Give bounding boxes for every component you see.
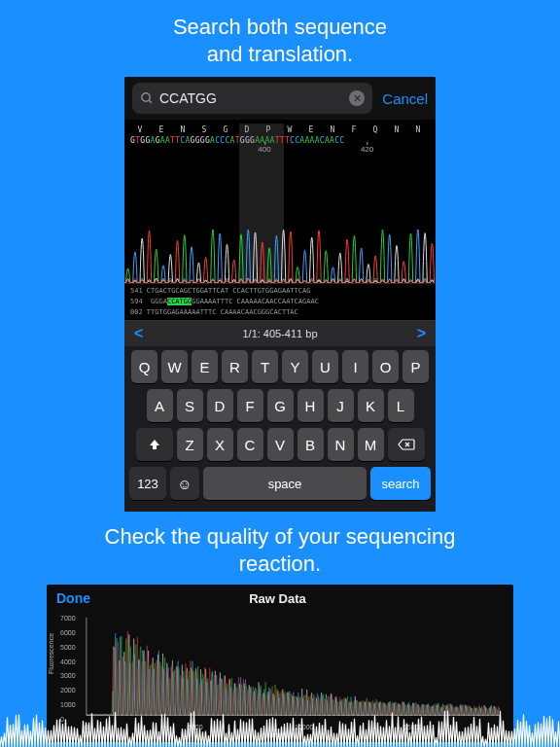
key-m[interactable]: M (358, 428, 384, 461)
aa-letter: Q (366, 125, 387, 134)
caption-search: Search both sequenceand translation. (0, 0, 560, 77)
y-tick: 4000 (60, 658, 76, 664)
y-tick: 3000 (60, 672, 76, 679)
svg-line-1 (149, 100, 152, 103)
footer-wave-icon (0, 700, 560, 747)
cancel-button[interactable]: Cancel (372, 90, 428, 107)
key-c[interactable]: C (237, 428, 263, 461)
svg-point-0 (142, 93, 150, 101)
phone-panel: CCATGG ✕ Cancel VENSGDPWENFQNN GTGGAGAAT… (124, 77, 436, 512)
key-123[interactable]: 123 (129, 467, 166, 500)
result-pager: < 1/1: 405-411 bp > (124, 320, 436, 346)
key-b[interactable]: B (298, 428, 324, 461)
y-tick: 7000 (60, 615, 76, 622)
key-space[interactable]: space (203, 467, 367, 500)
key-z[interactable]: Z (177, 428, 203, 461)
aa-letter: N (408, 125, 430, 134)
key-o[interactable]: O (372, 350, 399, 383)
prev-result-button[interactable]: < (134, 325, 143, 342)
next-result-button[interactable]: > (417, 325, 426, 342)
key-i[interactable]: I (342, 350, 368, 383)
key-e[interactable]: E (192, 350, 218, 383)
chromatogram[interactable] (124, 168, 436, 283)
key-x[interactable]: X (207, 428, 233, 461)
aa-letter: V (130, 125, 152, 134)
key-backspace[interactable] (388, 428, 425, 461)
key-emoji[interactable]: ☺ (170, 467, 199, 500)
raw-data-title: Raw Data (52, 591, 504, 606)
key-r[interactable]: R (222, 350, 248, 383)
key-s[interactable]: S (177, 389, 203, 422)
key-g[interactable]: G (267, 389, 294, 422)
y-tick: 5000 (60, 643, 76, 650)
key-q[interactable]: Q (131, 350, 158, 383)
result-position-label: 1/1: 405-411 bp (242, 328, 317, 339)
key-a[interactable]: A (147, 389, 173, 422)
search-input-text: CCATGG (154, 90, 349, 106)
key-v[interactable]: V (267, 428, 294, 461)
chromatogram-traces (124, 168, 436, 283)
key-shift[interactable] (136, 428, 173, 461)
y-tick: 2000 (60, 687, 76, 694)
key-k[interactable]: K (358, 389, 384, 422)
keyboard: QWERTYUIOP ASDFGHJKL ZXCVBNM 123 ☺ space… (124, 346, 436, 512)
key-n[interactable]: N (328, 428, 354, 461)
key-search[interactable]: search (370, 467, 431, 500)
key-u[interactable]: U (312, 350, 338, 383)
aa-letter: N (387, 125, 408, 134)
match-hit: CCATGG (167, 298, 192, 305)
sequence-overview[interactable]: 541 CTGACTGCAGCTGGATTCAT CCACTTGTGGAGAAT… (124, 283, 436, 320)
key-l[interactable]: L (388, 389, 414, 422)
search-field[interactable]: CCATGG ✕ (132, 83, 372, 114)
y-tick: 6000 (60, 628, 76, 635)
aa-letter: E (152, 125, 173, 134)
clear-icon[interactable]: ✕ (349, 90, 365, 106)
search-icon (140, 91, 154, 105)
aa-letter: N (173, 125, 194, 134)
key-j[interactable]: J (328, 389, 354, 422)
key-w[interactable]: W (161, 350, 188, 383)
overview-line2-pre: 594 GGGA (130, 298, 167, 305)
raw-data-toolbar: Done Raw Data (47, 585, 513, 612)
aa-letter: F (344, 125, 366, 134)
key-h[interactable]: H (298, 389, 324, 422)
aa-letter: N (323, 125, 344, 134)
aa-letter: G (216, 125, 237, 134)
caption-quality: Check the quality of your sequencingreac… (0, 512, 560, 585)
key-d[interactable]: D (207, 389, 233, 422)
aa-letter: S (194, 125, 216, 134)
key-y[interactable]: Y (282, 350, 308, 383)
key-t[interactable]: T (252, 350, 278, 383)
key-f[interactable]: F (237, 389, 263, 422)
aa-letter: E (301, 125, 323, 134)
search-bar: CCATGG ✕ Cancel (124, 77, 436, 120)
y-axis-label: Fluorescence (48, 633, 54, 674)
overview-line2-post: GGAAAATTTC CAAAAACAACCAATCAGAAC (192, 298, 319, 305)
key-p[interactable]: P (402, 350, 429, 383)
